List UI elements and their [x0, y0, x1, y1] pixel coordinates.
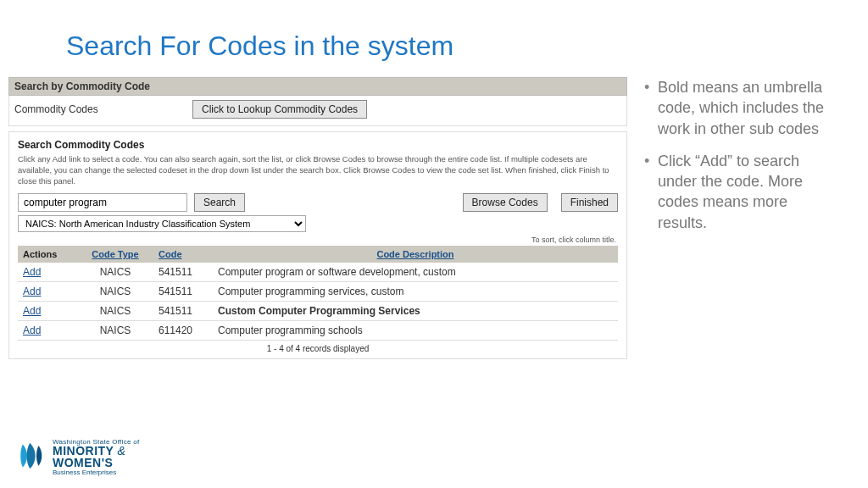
note-bullet: Click “Add” to search under the code. Mo… — [644, 151, 839, 233]
finished-button[interactable]: Finished — [561, 193, 618, 212]
cell-codetype: NAICS — [77, 263, 153, 282]
cell-codetype: NAICS — [77, 321, 153, 341]
cell-code: 611420 — [153, 321, 213, 341]
search-commodity-panel: Search Commodity Codes Click any Add lin… — [8, 131, 627, 359]
table-row: AddNAICS611420Computer programming schoo… — [18, 321, 618, 341]
col-description[interactable]: Code Description — [213, 246, 618, 263]
lookup-row: Commodity Codes Click to Lookup Commodit… — [8, 96, 627, 126]
cell-codetype: NAICS — [77, 302, 153, 321]
table-row: AddNAICS541511Computer programming servi… — [18, 282, 618, 302]
cell-code: 541511 — [153, 282, 213, 302]
table-row: AddNAICS541511Custom Computer Programmin… — [18, 302, 618, 321]
add-link[interactable]: Add — [23, 286, 41, 297]
add-link[interactable]: Add — [23, 266, 41, 278]
search-input[interactable] — [18, 193, 187, 212]
add-link[interactable]: Add — [23, 305, 41, 317]
search-panel-column: Search by Commodity Code Commodity Codes… — [0, 77, 627, 359]
logo-icon — [17, 441, 46, 474]
panel-title: Search Commodity Codes — [18, 139, 618, 151]
slide-title: Search For Codes in the system — [0, 0, 868, 77]
commodity-codes-label: Commodity Codes — [14, 103, 192, 115]
cell-code: 541511 — [153, 263, 213, 282]
cell-description: Computer programming schools — [213, 321, 618, 341]
col-code-type[interactable]: Code Type — [77, 246, 153, 263]
codeset-select[interactable]: NAICS: North American Industry Classific… — [18, 215, 306, 232]
col-actions: Actions — [18, 246, 77, 263]
cell-description: Computer programming services, custom — [213, 282, 618, 302]
lookup-commodity-codes-button[interactable]: Click to Lookup Commodity Codes — [192, 100, 367, 119]
note-bullet: Bold means an umbrella code, which inclu… — [644, 77, 839, 139]
col-code[interactable]: Code — [153, 246, 213, 263]
records-footer: 1 - 4 of 4 records displayed — [18, 341, 618, 355]
search-by-commodity-header: Search by Commodity Code — [8, 77, 627, 96]
omwbe-logo: Washington State Office of MINORITY & WO… — [17, 438, 140, 476]
cell-codetype: NAICS — [77, 282, 153, 302]
add-link[interactable]: Add — [23, 324, 41, 336]
panel-help-text: Click any Add link to select a code. You… — [18, 154, 618, 186]
notes-column: Bold means an umbrella code, which inclu… — [644, 77, 839, 245]
cell-description: Computer program or software development… — [213, 263, 618, 282]
search-button[interactable]: Search — [194, 193, 245, 212]
cell-description: Custom Computer Programming Services — [213, 302, 618, 321]
cell-code: 541511 — [153, 302, 213, 321]
sort-hint: To sort, click column title. — [18, 236, 616, 244]
results-table: Actions Code Type Code Code Description … — [18, 246, 618, 341]
browse-codes-button[interactable]: Browse Codes — [463, 193, 548, 212]
logo-text: Washington State Office of MINORITY & WO… — [53, 438, 140, 476]
table-row: AddNAICS541511Computer program or softwa… — [18, 263, 618, 282]
